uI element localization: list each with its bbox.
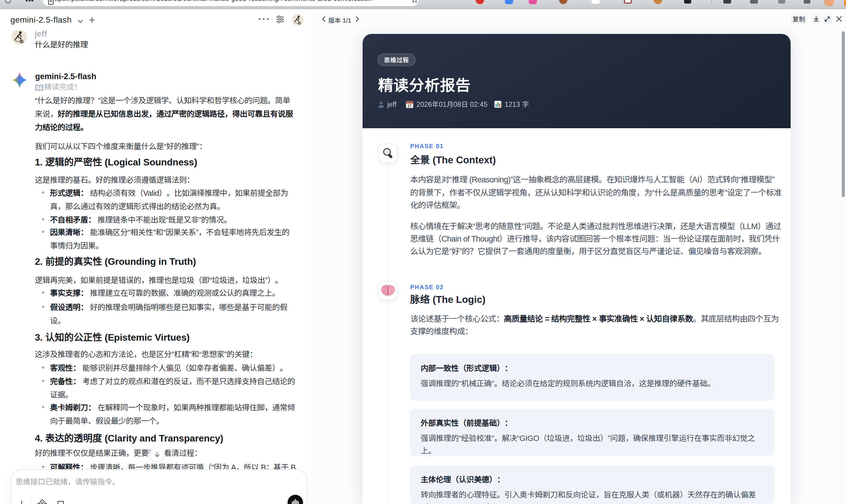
svg-text:17: 17 bbox=[407, 104, 412, 108]
